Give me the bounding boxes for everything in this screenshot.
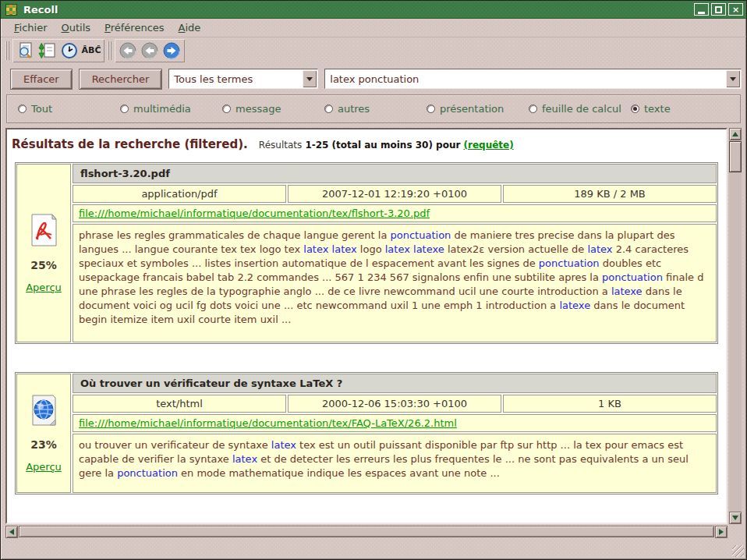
results-count: 1-25 (total au moins 30) pour — [305, 140, 460, 151]
next-page-button[interactable] — [161, 41, 182, 61]
triangle-up-icon — [732, 129, 738, 136]
result-title: Où trouver un vérificateur de syntaxe La… — [73, 374, 717, 393]
result-title: flshort-3.20.pdf — [73, 164, 717, 183]
result-url-row: file:///home/michael/informatique/docume… — [73, 414, 717, 432]
vertical-scrollbar-thumb[interactable] — [729, 141, 742, 172]
result-mime: application/pdf — [73, 185, 286, 203]
result-size: 1 KB — [503, 395, 717, 413]
filter-label: feuille de calcul — [542, 103, 621, 115]
highlighted-term: ponctuation — [391, 229, 451, 241]
triangle-left-icon — [6, 529, 14, 535]
maximize-button[interactable] — [711, 3, 726, 16]
toolbar-handle[interactable] — [108, 41, 112, 60]
window-title: Recoll — [23, 4, 58, 16]
result-url-row: file:///home/michael/informatique/docume… — [73, 204, 717, 222]
result-gap — [10, 344, 723, 366]
filter-radio-tout[interactable]: Tout — [18, 103, 120, 115]
first-page-button[interactable] — [118, 41, 138, 61]
result-snippet: ou trouver un verificateur de syntaxe la… — [73, 434, 717, 493]
result-date: 2007-12-01 12:19:20 +0100 — [288, 185, 501, 203]
query-link[interactable]: (requête) — [464, 140, 514, 151]
search-button[interactable]: Rechercher — [79, 69, 163, 90]
radio-unselected-icon[interactable] — [120, 105, 129, 113]
recoll-window: Recoll × FichierOutilsPréférencesAide — [0, 0, 747, 560]
arrow-left-icon — [140, 41, 159, 60]
highlighted-term: latexe — [611, 285, 643, 297]
clear-button[interactable]: Effacer — [10, 69, 73, 90]
filter-radio-texte[interactable]: texte — [631, 103, 671, 115]
document-history-button[interactable] — [59, 41, 80, 61]
previous-page-button[interactable] — [140, 41, 160, 61]
radio-unselected-icon[interactable] — [529, 105, 537, 113]
menu-item-outils[interactable]: Outils — [55, 19, 98, 36]
query-input[interactable] — [325, 69, 725, 88]
filter-label: autres — [338, 103, 370, 115]
menu-item-aide[interactable]: Aide — [172, 19, 208, 36]
arrow-left-icon — [119, 41, 137, 60]
filter-radio-feuille-de-calcul[interactable]: feuille de calcul — [529, 103, 631, 115]
html-file-icon — [30, 395, 58, 428]
horizontal-scrollbar-thumb[interactable] — [19, 526, 714, 537]
menu-bar: FichierOutilsPréférencesAide — [1, 19, 746, 37]
chevron-down-icon[interactable] — [303, 70, 317, 87]
minimize-icon — [698, 12, 705, 14]
radio-unselected-icon[interactable] — [324, 105, 333, 113]
preview-link[interactable]: Aperçu — [26, 282, 62, 293]
radio-unselected-icon[interactable] — [222, 105, 231, 113]
filter-label: texte — [644, 103, 671, 115]
filter-radio-autres[interactable]: autres — [324, 103, 427, 115]
result-url-link[interactable]: file:///home/michael/informatique/docume… — [79, 207, 430, 219]
title-bar[interactable]: Recoll × — [1, 1, 746, 19]
sort-parameters-button[interactable] — [37, 41, 58, 61]
search-type-select[interactable]: Tous les termes — [168, 69, 318, 89]
filter-radio-multimedia[interactable]: multimédia — [120, 103, 222, 115]
scroll-left-button[interactable] — [5, 526, 18, 538]
radio-unselected-icon[interactable] — [427, 105, 435, 113]
search-controls: Effacer Rechercher Tous les termes — [1, 63, 746, 93]
preview-link[interactable]: Aperçu — [26, 461, 62, 473]
filter-radio-message[interactable]: message — [222, 103, 324, 115]
highlighted-term: latexe — [559, 299, 590, 311]
result-url-link[interactable]: file:///home/michael/informatique/docume… — [79, 417, 457, 429]
vertical-scrollbar[interactable] — [729, 128, 742, 524]
results-list: Résultats de la recherche (filtered). Ré… — [5, 128, 728, 524]
query-combobox[interactable] — [324, 69, 742, 89]
app-icon — [5, 4, 17, 16]
scroll-down-button[interactable] — [729, 512, 742, 524]
filter-label: multimédia — [133, 103, 191, 115]
advanced-search-button[interactable] — [16, 41, 36, 61]
triangle-down-icon — [732, 516, 738, 523]
document-sort-icon — [38, 41, 57, 60]
menu-item-fichier[interactable]: Fichier — [7, 19, 55, 36]
close-icon: × — [732, 5, 739, 14]
resize-grip[interactable] — [732, 545, 744, 557]
triangle-right-icon — [719, 529, 727, 535]
result-main: Où trouver un vérificateur de syntaxe La… — [73, 374, 717, 493]
highlighted-term: ponctuation — [539, 257, 600, 269]
term-explorer-button[interactable]: ÂBĈ — [81, 41, 101, 61]
highlighted-term: latex — [587, 243, 612, 255]
highlighted-term: latex — [232, 453, 257, 465]
toolbar-handle[interactable] — [5, 41, 9, 60]
spelling-icon: ÂBĈ — [82, 45, 101, 55]
category-filter-bar: Toutmultimédiamessageautresprésentationf… — [6, 94, 741, 123]
radio-unselected-icon[interactable] — [18, 105, 27, 113]
scroll-right-button[interactable] — [715, 526, 728, 538]
result-card: 23%AperçuOù trouver un vérificateur de s… — [15, 372, 718, 494]
close-button[interactable]: × — [728, 3, 743, 16]
minimize-button[interactable] — [694, 3, 709, 16]
highlighted-term: latex latexe — [385, 243, 444, 255]
filter-label: présentation — [440, 103, 504, 115]
result-snippet: phrase les regles grammaticales de chaqu… — [73, 224, 717, 342]
results-title: Résultats de la recherche (filtered). — [12, 137, 248, 151]
results-count-prefix: Résultats — [259, 140, 302, 151]
snippet-text: phrase les regles grammaticales de chaqu… — [79, 229, 391, 241]
chevron-down-icon[interactable] — [726, 70, 740, 87]
filter-radio-presentation[interactable]: présentation — [427, 103, 529, 115]
horizontal-scrollbar[interactable] — [5, 526, 728, 537]
radio-selected-icon[interactable] — [631, 105, 639, 113]
result-card: 25%Aperçuflshort-3.20.pdfapplication/pdf… — [15, 162, 718, 344]
menu-item-preferences[interactable]: Préférences — [97, 19, 171, 36]
scroll-up-button[interactable] — [729, 128, 742, 140]
results-zone: Résultats de la recherche (filtered). Ré… — [5, 128, 742, 537]
